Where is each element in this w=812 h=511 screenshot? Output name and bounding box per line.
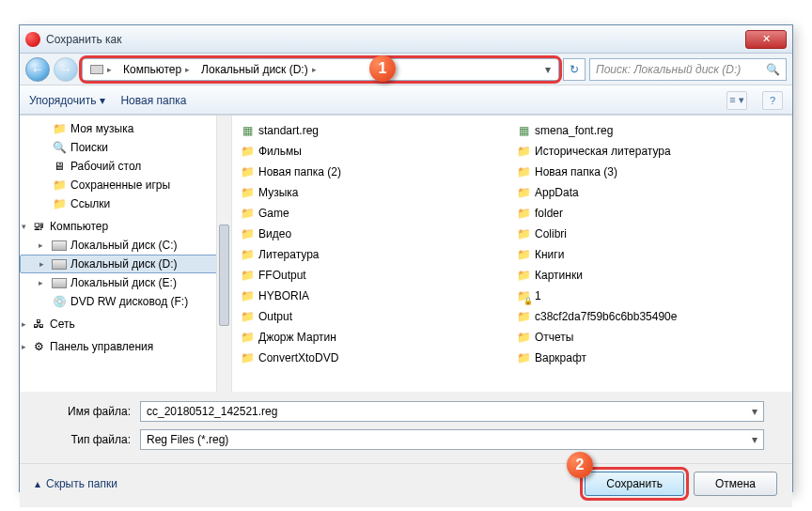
folder-icon: 📁 bbox=[516, 144, 531, 159]
file-item[interactable]: 📁Литература bbox=[236, 245, 512, 264]
file-item[interactable]: 📁Историческая литература bbox=[512, 142, 789, 161]
close-button[interactable]: ✕ bbox=[745, 30, 787, 49]
file-item[interactable]: 📁Output bbox=[236, 307, 512, 326]
app-icon bbox=[25, 32, 40, 47]
cancel-button[interactable]: Отмена bbox=[694, 472, 777, 496]
tree-saved-games[interactable]: 📁Сохраненные игры bbox=[20, 176, 231, 194]
drive-icon bbox=[90, 65, 103, 74]
file-item[interactable]: 📁Варкрафт bbox=[512, 348, 789, 367]
forward-button[interactable]: → bbox=[54, 57, 78, 82]
file-name: Музыка bbox=[258, 186, 298, 199]
search-input[interactable]: Поиск: Локальный диск (D:) 🔍 bbox=[589, 58, 787, 81]
file-name: Новая папка (2) bbox=[258, 165, 341, 178]
folder-icon: 📁 bbox=[240, 164, 255, 179]
address-bar[interactable]: ▸ Компьютер▸ Локальный диск (D:)▸ ▾ bbox=[82, 58, 559, 81]
tree-scrollbar[interactable] bbox=[216, 116, 231, 392]
titlebar[interactable]: Сохранить как ✕ bbox=[20, 25, 792, 54]
reg-file-icon: ▦ bbox=[240, 123, 255, 138]
file-item[interactable]: 📁folder bbox=[512, 204, 789, 223]
file-name: Output bbox=[258, 310, 292, 323]
toolbar: Упорядочить ▾ Новая папка ≡ ▾ ? bbox=[20, 85, 792, 116]
file-item[interactable]: 📁Видео bbox=[236, 225, 512, 243]
file-name: Картинки bbox=[535, 269, 583, 282]
folder-icon: 📁 bbox=[516, 350, 531, 365]
chevron-down-icon[interactable]: ▾ bbox=[752, 433, 757, 446]
chevron-up-icon: ▴ bbox=[35, 477, 40, 490]
new-folder-button[interactable]: Новая папка bbox=[120, 94, 186, 107]
file-name: Книги bbox=[535, 248, 564, 261]
file-name: ConvertXtoDVD bbox=[258, 351, 338, 364]
file-item[interactable]: ▦smena_font.reg bbox=[512, 121, 789, 140]
folder-icon: 📁 bbox=[516, 185, 531, 200]
file-name: FFOutput bbox=[258, 269, 306, 282]
file-name: Джорж Мартин bbox=[258, 331, 336, 344]
tree-links[interactable]: 📁Ссылки bbox=[20, 194, 231, 213]
file-item[interactable]: 📁Картинки bbox=[512, 266, 789, 285]
folder-icon: 📁 bbox=[516, 309, 531, 324]
folder-icon: 📁 bbox=[516, 268, 531, 283]
file-list[interactable]: ▦standart.reg📁Фильмы📁Новая папка (2)📁Муз… bbox=[232, 116, 792, 392]
tree-desktop[interactable]: 🖥Рабочий стол bbox=[20, 157, 231, 176]
file-item[interactable]: 📁Новая папка (2) bbox=[236, 163, 512, 181]
filetype-label: Тип файла: bbox=[48, 433, 140, 446]
tree-my-music[interactable]: 📁Моя музыка bbox=[20, 119, 231, 138]
save-button[interactable]: Сохранить bbox=[585, 472, 684, 496]
file-item[interactable]: 📁ConvertXtoDVD bbox=[236, 348, 512, 367]
file-name: 1 bbox=[535, 289, 541, 302]
view-options-button[interactable]: ≡ ▾ bbox=[726, 91, 747, 110]
folder-icon: 📁 bbox=[516, 330, 531, 345]
form-area: Имя файла: cc_20180512_142521.reg▾ Тип ф… bbox=[20, 392, 792, 463]
tree-dvd[interactable]: 💿DVD RW дисковод (F:) bbox=[20, 292, 231, 311]
file-item[interactable]: 📁Colibri bbox=[512, 225, 789, 243]
tree-disk-c[interactable]: ▸Локальный диск (C:) bbox=[20, 236, 231, 255]
file-name: Видео bbox=[258, 227, 291, 240]
tree-control-panel[interactable]: ▸⚙Панель управления bbox=[20, 337, 231, 356]
file-item[interactable]: 📁AppData bbox=[512, 183, 789, 202]
breadcrumb-computer[interactable]: Компьютер bbox=[123, 63, 181, 76]
folder-icon: 📁 bbox=[240, 288, 255, 303]
filename-input[interactable]: cc_20180512_142521.reg▾ bbox=[140, 401, 764, 422]
folder-icon: 📁 bbox=[240, 247, 255, 262]
tree-computer[interactable]: ▾🖳Компьютер bbox=[20, 217, 231, 236]
help-button[interactable]: ? bbox=[762, 91, 783, 110]
folder-icon: 📁 bbox=[516, 206, 531, 221]
file-item[interactable]: 📁Новая папка (3) bbox=[512, 163, 789, 181]
file-item[interactable]: 📁c38cf2da7f59b6c6bb35490e bbox=[512, 307, 789, 326]
file-item[interactable]: ▦standart.reg bbox=[236, 121, 512, 140]
file-item[interactable]: 📁Музыка bbox=[236, 183, 512, 202]
folder-icon: 📁 bbox=[240, 144, 255, 159]
save-as-dialog: Сохранить как ✕ ← → ▸ Компьютер▸ Локальн… bbox=[19, 24, 793, 492]
refresh-button[interactable]: ↻ bbox=[563, 58, 586, 81]
locked-folder-icon: 📁 bbox=[516, 288, 531, 303]
navigation-tree[interactable]: 📁Моя музыка 🔍Поиски 🖥Рабочий стол 📁Сохра… bbox=[20, 116, 232, 392]
file-item[interactable]: 📁Джорж Мартин bbox=[236, 328, 512, 347]
folder-icon: 📁 bbox=[240, 309, 255, 324]
hide-folders-toggle[interactable]: ▴Скрыть папки bbox=[35, 477, 117, 490]
breadcrumb-disk[interactable]: Локальный диск (D:) bbox=[201, 63, 308, 76]
tree-disk-e[interactable]: ▸Локальный диск (E:) bbox=[20, 273, 231, 292]
file-item[interactable]: 📁Game bbox=[236, 204, 512, 223]
folder-icon: 📁 bbox=[240, 206, 255, 221]
file-name: HYBORIA bbox=[258, 289, 309, 302]
chevron-down-icon[interactable]: ▾ bbox=[752, 405, 757, 418]
address-dropdown-icon[interactable]: ▾ bbox=[539, 63, 556, 76]
tree-searches[interactable]: 🔍Поиски bbox=[20, 138, 231, 157]
file-item[interactable]: 📁Отчеты bbox=[512, 328, 789, 347]
search-placeholder: Поиск: Локальный диск (D:) bbox=[596, 63, 741, 76]
back-button[interactable]: ← bbox=[25, 57, 50, 82]
file-item[interactable]: 📁FFOutput bbox=[236, 266, 512, 285]
tree-disk-d[interactable]: ▸Локальный диск (D:) bbox=[20, 255, 231, 273]
folder-icon: 📁 bbox=[516, 164, 531, 179]
tree-network[interactable]: ▸🖧Сеть bbox=[20, 315, 231, 333]
file-item[interactable]: 📁Книги bbox=[512, 245, 789, 264]
organize-menu[interactable]: Упорядочить ▾ bbox=[29, 94, 105, 107]
file-name: Отчеты bbox=[535, 331, 573, 344]
file-item[interactable]: 📁1 bbox=[512, 286, 789, 305]
body-area: 📁Моя музыка 🔍Поиски 🖥Рабочий стол 📁Сохра… bbox=[20, 116, 792, 392]
file-item[interactable]: 📁Фильмы bbox=[236, 142, 512, 161]
file-name: folder bbox=[535, 207, 563, 220]
folder-icon: 📁 bbox=[240, 268, 255, 283]
file-name: Варкрафт bbox=[535, 351, 586, 364]
file-item[interactable]: 📁HYBORIA bbox=[236, 286, 512, 305]
filetype-select[interactable]: Reg Files (*.reg)▾ bbox=[140, 429, 764, 450]
